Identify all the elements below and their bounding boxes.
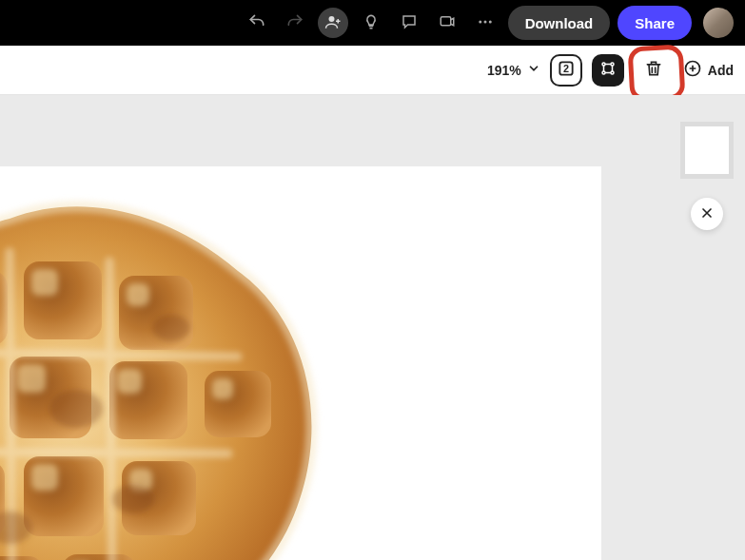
timeline-icon: [599, 60, 617, 80]
svg-point-9: [602, 71, 605, 74]
svg-point-2: [479, 20, 481, 23]
page-thumbnail[interactable]: [680, 122, 734, 179]
svg-line-36: [0, 352, 238, 357]
svg-rect-25: [31, 269, 58, 296]
user-add-icon: [324, 13, 342, 33]
svg-point-4: [488, 20, 491, 23]
add-label: Add: [708, 63, 734, 78]
svg-point-0: [328, 16, 334, 22]
svg-rect-1: [441, 16, 451, 25]
svg-point-41: [49, 390, 103, 428]
timeline-button[interactable]: [592, 54, 624, 87]
more-button[interactable]: [470, 8, 500, 38]
zoom-level-label: 191%: [487, 63, 521, 78]
download-button[interactable]: Download: [508, 6, 611, 40]
svg-text:2: 2: [563, 63, 569, 74]
svg-point-8: [611, 63, 614, 66]
delete-page-button[interactable]: [637, 54, 670, 87]
svg-line-39: [109, 261, 112, 560]
svg-rect-28: [17, 364, 46, 393]
canvas-image[interactable]: [0, 166, 343, 560]
plus-circle-icon: [683, 59, 702, 81]
share-button[interactable]: Share: [618, 6, 692, 40]
trash-icon: [644, 59, 663, 81]
invite-user-button[interactable]: [318, 8, 348, 38]
artboard[interactable]: [0, 166, 601, 560]
svg-point-3: [483, 20, 486, 23]
comment-button[interactable]: [394, 8, 424, 38]
ideas-button[interactable]: [356, 8, 386, 38]
lightbulb-icon: [363, 13, 380, 33]
svg-point-42: [152, 315, 190, 341]
sub-toolbar: 191% 2 Add: [0, 46, 745, 95]
comment-icon: [401, 13, 418, 33]
canvas-area: [0, 95, 745, 560]
svg-point-7: [602, 63, 605, 66]
undo-button[interactable]: [242, 8, 272, 38]
undo-icon: [247, 12, 266, 34]
present-button[interactable]: [432, 8, 462, 38]
svg-rect-29: [117, 369, 142, 394]
svg-rect-26: [127, 283, 149, 306]
close-thumbnails-button[interactable]: [691, 198, 723, 230]
svg-rect-23: [62, 554, 136, 560]
avatar[interactable]: [703, 8, 734, 38]
close-icon: [699, 205, 715, 223]
more-icon: [477, 13, 494, 33]
page-count-icon: 2: [557, 59, 576, 81]
chevron-down-icon: [527, 62, 540, 78]
zoom-dropdown[interactable]: 191%: [487, 62, 540, 78]
redo-icon: [285, 12, 304, 34]
page-2-button[interactable]: 2: [550, 54, 582, 87]
redo-button[interactable]: [280, 8, 310, 38]
svg-point-10: [611, 71, 614, 74]
svg-point-44: [112, 485, 154, 513]
svg-rect-30: [212, 378, 233, 399]
page-thumbnail-panel: [680, 122, 734, 230]
add-page-button[interactable]: Add: [683, 59, 734, 81]
svg-rect-32: [31, 464, 58, 491]
top-toolbar: Download Share: [0, 0, 745, 46]
present-icon: [439, 13, 456, 33]
